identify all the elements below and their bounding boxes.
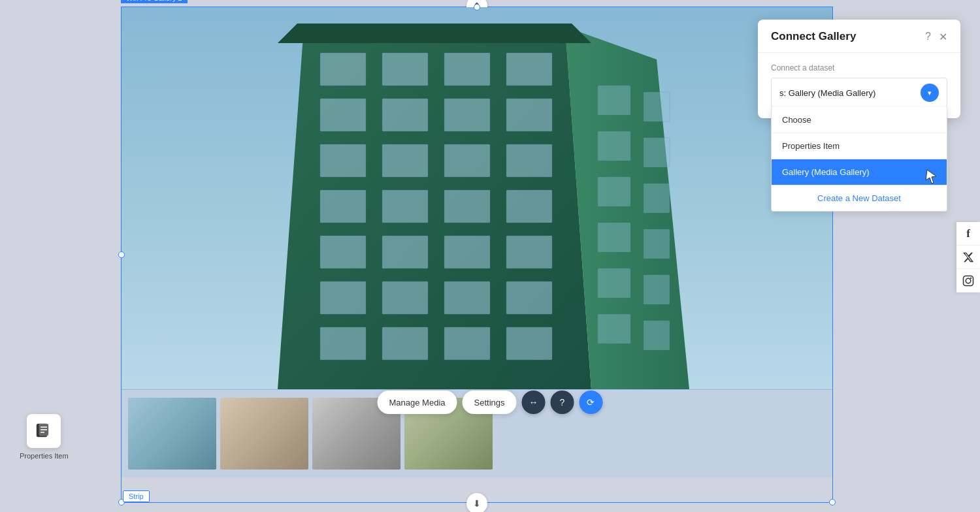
svg-rect-35 — [644, 138, 670, 167]
svg-rect-26 — [444, 281, 490, 314]
svg-rect-8 — [320, 99, 366, 131]
svg-rect-24 — [320, 281, 366, 314]
dropdown-item-create-new[interactable]: Create a New Dataset — [772, 185, 947, 211]
gallery-toolbar: Manage Media Settings ↔ ? ⟳ — [378, 391, 603, 414]
instagram-icon[interactable] — [956, 269, 980, 293]
svg-rect-7 — [506, 53, 552, 86]
svg-rect-21 — [382, 236, 428, 268]
svg-rect-25 — [382, 281, 428, 314]
thumbnail-2 — [220, 398, 308, 470]
header-icons: ? ✕ — [925, 31, 947, 43]
svg-rect-34 — [598, 131, 630, 161]
svg-rect-39 — [644, 229, 670, 259]
svg-point-50 — [966, 278, 971, 283]
svg-rect-18 — [444, 190, 490, 223]
connect-icon-button[interactable]: ⟳ — [579, 391, 602, 414]
handle-top-center[interactable] — [474, 4, 480, 10]
facebook-icon[interactable]: f — [956, 222, 980, 246]
connect-panel-title: Connect Gallery — [771, 30, 856, 43]
arrow-icon-button[interactable]: ↔ — [521, 391, 545, 414]
help-button[interactable]: ? — [925, 31, 931, 42]
gallery-main-image — [122, 7, 832, 389]
dropdown-item-choose[interactable]: Choose — [772, 107, 947, 133]
svg-rect-19 — [506, 190, 552, 223]
close-button[interactable]: ✕ — [939, 31, 947, 43]
svg-rect-33 — [644, 92, 670, 121]
svg-rect-11 — [506, 99, 552, 131]
svg-rect-9 — [382, 99, 428, 131]
svg-marker-3 — [278, 24, 591, 43]
svg-point-51 — [970, 277, 972, 278]
svg-rect-42 — [598, 314, 630, 344]
handle-left-middle[interactable] — [118, 251, 125, 258]
svg-rect-30 — [444, 327, 490, 360]
svg-rect-36 — [598, 177, 630, 206]
gallery-element[interactable]: Wix Pro Gallery 2 ⬆ — [121, 7, 833, 503]
svg-rect-32 — [598, 86, 630, 115]
svg-rect-13 — [382, 144, 428, 177]
properties-item-label: Properties Item — [20, 452, 69, 460]
dropdown-item-gallery[interactable]: Gallery (Media Gallery) — [772, 159, 947, 185]
svg-rect-23 — [506, 236, 552, 268]
dropdown-menu: Choose Properties Item Gallery (Media Ga… — [771, 107, 947, 212]
element-label: Wix Pro Gallery 2 — [121, 0, 188, 3]
svg-rect-31 — [506, 327, 552, 360]
dataset-selector-value: s: Gallery (Media Gallery) — [779, 88, 875, 98]
chevron-down-icon[interactable]: ▾ — [921, 84, 939, 102]
svg-rect-4 — [320, 53, 366, 86]
svg-rect-28 — [320, 327, 366, 360]
social-bar: f — [956, 222, 980, 293]
dropdown-item-properties[interactable]: Properties Item — [772, 133, 947, 159]
svg-rect-27 — [506, 281, 552, 314]
question-icon-button[interactable]: ? — [550, 391, 574, 414]
properties-icon — [27, 414, 61, 448]
svg-rect-15 — [506, 144, 552, 177]
svg-rect-16 — [320, 190, 366, 223]
svg-rect-5 — [382, 53, 428, 86]
svg-rect-29 — [382, 327, 428, 360]
svg-rect-38 — [598, 223, 630, 252]
properties-panel[interactable]: Properties Item — [20, 414, 69, 460]
thumbnail-1 — [128, 398, 216, 470]
connect-panel-body: Connect a dataset s: Gallery (Media Gall… — [758, 53, 960, 118]
svg-rect-49 — [964, 276, 973, 285]
svg-rect-41 — [644, 275, 670, 304]
strip-label: Strip — [123, 490, 150, 502]
svg-rect-6 — [444, 53, 490, 86]
svg-rect-20 — [320, 236, 366, 268]
twitter-icon[interactable] — [956, 246, 980, 269]
svg-rect-14 — [444, 144, 490, 177]
properties-svg-icon — [35, 422, 53, 440]
building-illustration — [122, 7, 832, 389]
connect-panel-header: Connect Gallery ? ✕ — [758, 20, 960, 53]
svg-rect-22 — [444, 236, 490, 268]
settings-button[interactable]: Settings — [463, 391, 517, 414]
svg-rect-37 — [644, 184, 670, 213]
svg-rect-43 — [644, 321, 670, 350]
manage-media-button[interactable]: Manage Media — [378, 391, 457, 414]
handle-bottom-right[interactable] — [829, 499, 836, 505]
svg-rect-10 — [444, 99, 490, 131]
svg-rect-12 — [320, 144, 366, 177]
svg-rect-17 — [382, 190, 428, 223]
dataset-selector[interactable]: s: Gallery (Media Gallery) ▾ Choose Prop… — [771, 78, 947, 108]
svg-rect-40 — [598, 268, 630, 298]
download-button-bottom[interactable]: ⬇ — [466, 493, 487, 512]
connect-dataset-label: Connect a dataset — [771, 63, 947, 72]
connect-gallery-panel: Connect Gallery ? ✕ Connect a dataset s:… — [758, 20, 960, 118]
